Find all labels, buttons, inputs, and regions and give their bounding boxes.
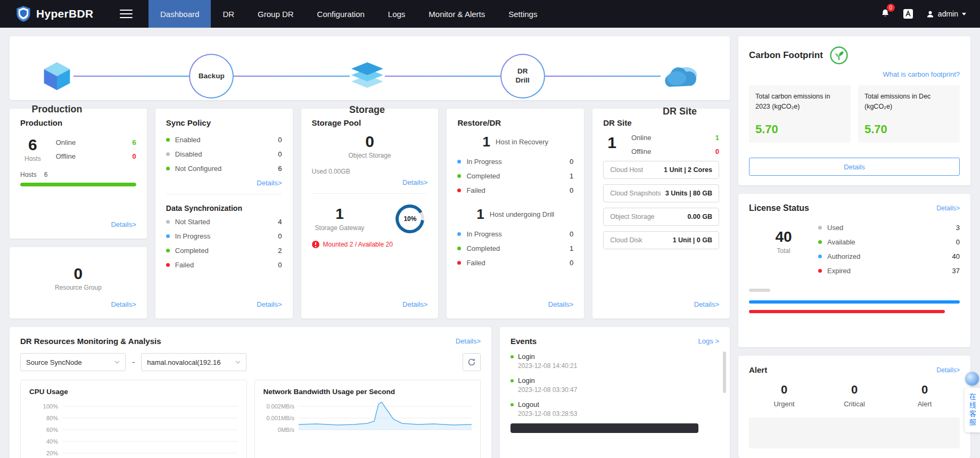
monitoring-details-link[interactable]: Details> xyxy=(456,337,481,345)
flow-node-storage: Storage xyxy=(350,61,385,92)
carbon-info-link[interactable]: What is carbon footprint? xyxy=(883,70,960,78)
language-button[interactable] xyxy=(903,9,913,19)
events-logs-link[interactable]: Logs > xyxy=(698,337,719,345)
object-storage-count: 0 xyxy=(312,133,428,150)
nav-settings[interactable]: Settings xyxy=(497,0,549,28)
nav-dashboard[interactable]: Dashboard xyxy=(149,0,211,28)
menu-toggle-icon[interactable] xyxy=(120,10,133,18)
stat-value: 0 xyxy=(278,150,282,158)
alert-details-link[interactable]: Details> xyxy=(936,366,960,374)
status-dot xyxy=(457,232,461,236)
backup-step: Backup xyxy=(189,54,234,99)
chevron-down-icon xyxy=(962,13,966,15)
events-scrollbar[interactable] xyxy=(723,351,726,393)
restore-dr-details-link[interactable]: Details> xyxy=(548,300,573,308)
online-row: Online 6 xyxy=(56,138,136,146)
monitoring-title: DR Resources Monitoring & Analysis xyxy=(20,337,161,346)
alert-empty-area xyxy=(749,418,960,448)
navbar: HyperBDR Dashboard DR Group DR Configura… xyxy=(0,0,980,28)
carbon-title: Carbon Footprint xyxy=(749,50,823,61)
carbon-details-button[interactable]: Details xyxy=(749,158,960,176)
in-progress-row: In Progress 0 xyxy=(166,229,282,243)
production-host-label: Hosts xyxy=(24,155,41,162)
stat-value: 1 xyxy=(570,172,573,180)
production-card: Production 6 Hosts Online 6 xyxy=(10,109,147,239)
drill-failed-row: Failed 0 xyxy=(457,256,573,270)
data-sync-details-link[interactable]: Details> xyxy=(257,300,282,308)
carbon-month-label: Total emissions in Dec (kgCO₂e) xyxy=(864,92,953,112)
carbon-leaf-icon xyxy=(829,46,849,65)
stat-value: 4 xyxy=(278,218,282,226)
hosts-label: Hosts xyxy=(20,171,37,178)
resource-group-label: Resource Group xyxy=(55,284,102,291)
network-bandwidth-panel: Network Bandwidth Usage per Second 0.002… xyxy=(254,380,481,458)
enabled-row: Enabled 0 xyxy=(166,133,282,147)
carbon-year-box: Total carbon emissions in 2023 (kgCO₂e) … xyxy=(749,85,851,143)
app-root: HyperBDR Dashboard DR Group DR Configura… xyxy=(0,0,980,458)
stat-value: 37 xyxy=(952,267,960,275)
recovery-in-progress-row: In Progress 0 xyxy=(457,154,573,169)
object-storage-details-link[interactable]: Details> xyxy=(402,178,427,186)
flow-connector xyxy=(234,76,349,77)
license-details-link[interactable]: Details> xyxy=(936,205,960,212)
stat-label: Not Started xyxy=(175,218,278,226)
select-value: hamal.novalocal(192.16 xyxy=(147,358,220,366)
status-dot xyxy=(457,160,461,163)
production-label: Production xyxy=(32,104,83,115)
event-action: Login xyxy=(518,353,535,361)
stat-value: 2 xyxy=(278,247,282,255)
offline-value: 0 xyxy=(133,152,136,160)
hosts-progress-bar xyxy=(20,183,136,186)
status-dot xyxy=(818,226,822,230)
status-dot xyxy=(166,167,170,170)
authorized-bar xyxy=(749,300,960,304)
dr-site-count: 1 xyxy=(607,134,616,151)
stat-label: Enabled xyxy=(175,136,278,144)
expired-bar xyxy=(749,310,945,313)
status-dot xyxy=(818,240,822,244)
stat-label: Authorized xyxy=(827,252,952,260)
nav-configuration[interactable]: Configuration xyxy=(306,0,376,28)
resource-label: Cloud Disk xyxy=(610,236,642,244)
expired-row: Expired 37 xyxy=(818,264,960,278)
stat-value: 0 xyxy=(570,158,573,166)
dr-site-details-link[interactable]: Details> xyxy=(694,300,719,308)
resource-group-details-link[interactable]: Details> xyxy=(111,300,136,308)
alert-card: Alert Details> 0 Urgent 0 Critical 0 Ale… xyxy=(738,356,970,458)
stat-label: Available xyxy=(827,238,956,246)
host-select[interactable]: hamal.novalocal(192.16 xyxy=(141,353,246,371)
stat-value: 0 xyxy=(278,136,282,144)
license-status-card: License Status Details> 40 Total Used 3 xyxy=(738,194,970,347)
notifications-button[interactable]: 0 xyxy=(880,8,890,20)
customer-service-tab[interactable]: 在线客服 xyxy=(965,388,980,432)
disabled-row: Disabled 0 xyxy=(166,147,282,161)
stat-label: Expired xyxy=(827,267,952,275)
chevron-down-icon xyxy=(114,361,120,364)
right-column: Carbon Footprint What is carbon footprin… xyxy=(738,36,970,458)
mounted-status: Mounted 2 / Available 20 xyxy=(312,241,428,248)
production-details-link[interactable]: Details> xyxy=(111,220,136,228)
sync-policy-details-link[interactable]: Details> xyxy=(257,179,282,187)
nav-group-dr[interactable]: Group DR xyxy=(246,0,306,28)
critical-stat: 0 Critical xyxy=(819,383,890,408)
alert-value: 0 xyxy=(890,383,960,397)
divider xyxy=(166,194,282,194)
refresh-button[interactable] xyxy=(463,353,481,371)
flow-connector xyxy=(385,76,500,77)
drill-in-progress-row: In Progress 0 xyxy=(457,227,573,241)
dr-flow-banner: Production Backup Storage xyxy=(10,36,730,100)
user-menu[interactable]: admin xyxy=(926,10,966,18)
dr-site-title: DR Site xyxy=(603,118,719,127)
cloud-host-box: Cloud Host 1 Unit | 2 Cores xyxy=(603,161,719,179)
nav-monitor-alerts[interactable]: Monitor & Alerts xyxy=(417,0,497,28)
status-dot xyxy=(457,247,461,250)
nav-dr[interactable]: DR xyxy=(211,0,246,28)
customer-service-avatar-icon[interactable] xyxy=(965,372,979,386)
source-syncnode-select[interactable]: Source SyncNode xyxy=(20,353,126,371)
nav-logs[interactable]: Logs xyxy=(376,0,417,28)
gateway-label: Storage Gateway xyxy=(315,224,365,232)
gateway-details-link[interactable]: Details> xyxy=(402,300,427,308)
event-action: Logout xyxy=(518,400,539,408)
dr-drill-step: DR Drill xyxy=(500,54,545,99)
license-title: License Status xyxy=(749,203,809,213)
